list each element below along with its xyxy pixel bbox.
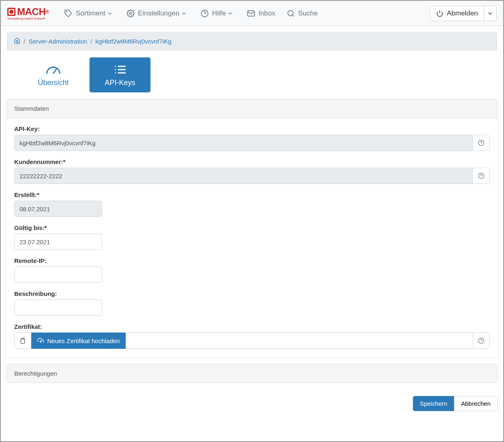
input-erstellt[interactable] xyxy=(14,201,102,217)
cancel-button[interactable]: Abbrechen xyxy=(454,396,497,411)
action-bar: Speichern Abbrechen xyxy=(1,394,503,417)
gauge-icon xyxy=(45,63,61,76)
breadcrumb: / Server-Administration / kgHbtf2w8M6Rvj… xyxy=(7,32,497,51)
cert-delete-button[interactable] xyxy=(14,333,31,349)
nav-einstellungen[interactable]: Einstellungen xyxy=(121,6,195,21)
logo[interactable]: MACH® Verwaltung macht Zukunft xyxy=(7,6,49,20)
home-icon xyxy=(14,37,20,44)
logout-dropdown[interactable] xyxy=(484,6,496,21)
panel-berechtigungen: Berechtigungen xyxy=(7,364,497,383)
label-beschreibung: Beschreibung: xyxy=(14,290,490,297)
panel-stammdaten: Stammdaten API-Key: Kundennummer:* xyxy=(7,99,497,358)
chevron-down-icon xyxy=(228,11,232,15)
power-icon xyxy=(436,10,443,17)
search-icon xyxy=(287,9,295,18)
input-kundennummer[interactable] xyxy=(14,168,473,184)
svg-point-5 xyxy=(288,10,293,15)
help-icon xyxy=(478,337,484,344)
gear-icon xyxy=(127,9,135,18)
nav-suche[interactable]: Suche xyxy=(281,6,323,21)
tab-overview[interactable]: Übersicht xyxy=(23,57,84,92)
help-icon xyxy=(478,140,484,146)
help-zertifikat[interactable] xyxy=(473,333,490,349)
label-zertifikat: Zertifikat: xyxy=(14,323,490,330)
panel-header-berechtigungen[interactable]: Berechtigungen xyxy=(7,364,497,383)
logout-group: Abmelden xyxy=(430,6,497,21)
cert-upload-button[interactable]: Neues Zertifikat hochladen xyxy=(31,333,126,349)
panel-header-stammdaten: Stammdaten xyxy=(7,99,497,118)
breadcrumb-server-admin[interactable]: Server-Administration xyxy=(28,38,87,45)
list-icon xyxy=(112,63,128,76)
label-kundennummer: Kundennummer:* xyxy=(14,158,490,165)
tab-api-keys[interactable]: API-Keys xyxy=(89,57,151,92)
breadcrumb-sep: / xyxy=(90,38,92,45)
label-remote-ip: Remote-IP: xyxy=(14,257,490,264)
breadcrumb-current[interactable]: kgHbtf2w8M6Rvj0vcvnf7iKg xyxy=(96,38,172,45)
tab-bar: Übersicht API-Keys xyxy=(23,57,497,92)
mail-icon xyxy=(247,9,255,18)
logo-icon xyxy=(7,8,15,16)
chevron-down-icon xyxy=(108,11,112,15)
input-api-key[interactable] xyxy=(14,135,473,151)
help-kundennummer[interactable] xyxy=(473,168,490,184)
svg-point-1 xyxy=(130,12,132,14)
tag-icon xyxy=(64,9,72,18)
help-api-key[interactable] xyxy=(473,135,490,151)
nav-sortiment[interactable]: Sortiment xyxy=(59,6,121,21)
logout-button[interactable]: Abmelden xyxy=(430,6,484,21)
logo-text: MACH xyxy=(17,6,46,18)
top-navbar: MACH® Verwaltung macht Zukunft Sortiment… xyxy=(1,1,503,26)
chevron-down-icon xyxy=(182,11,186,15)
nav-inbox[interactable]: Inbox xyxy=(241,6,281,21)
label-gueltig-bis: Gültig bis:* xyxy=(14,224,490,231)
trash-icon xyxy=(20,337,26,344)
upload-icon xyxy=(37,337,44,344)
svg-line-6 xyxy=(292,15,294,16)
label-api-key: API-Key: xyxy=(14,125,490,132)
svg-point-0 xyxy=(66,11,67,12)
svg-line-8 xyxy=(53,69,57,74)
logo-tagline: Verwaltung macht Zukunft xyxy=(7,17,49,20)
help-icon xyxy=(478,173,484,179)
label-erstellt: Erstellt:* xyxy=(14,191,490,198)
help-icon xyxy=(201,9,209,18)
input-beschreibung[interactable] xyxy=(14,300,102,316)
nav-hilfe[interactable]: Hilfe xyxy=(195,6,241,21)
chevron-down-icon xyxy=(488,11,492,15)
breadcrumb-sep: / xyxy=(24,38,25,45)
input-gueltig-bis[interactable] xyxy=(14,234,102,250)
save-button[interactable]: Speichern xyxy=(413,396,454,411)
breadcrumb-home[interactable] xyxy=(14,37,20,45)
input-remote-ip[interactable] xyxy=(14,267,102,283)
cert-filename-area xyxy=(126,333,473,349)
